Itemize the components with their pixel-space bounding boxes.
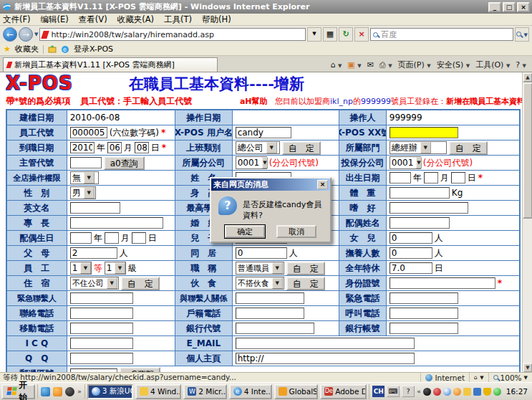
minimize-button[interactable]: _ bbox=[488, 2, 501, 12]
recent-pages-icon[interactable]: ▼ bbox=[34, 32, 38, 37]
bank-code-input[interactable] bbox=[236, 323, 314, 334]
mobile-phone-input[interactable] bbox=[70, 323, 133, 334]
search-input[interactable]: 百度 bbox=[370, 28, 513, 41]
home-icon[interactable]: ⌂ ▼ bbox=[330, 60, 342, 70]
search-button[interactable]: ▼ bbox=[515, 27, 529, 42]
contact-phone-input[interactable] bbox=[70, 308, 133, 319]
english-name-input[interactable] bbox=[70, 202, 120, 214]
menu-file[interactable]: 文件(F) bbox=[3, 14, 31, 25]
meals-custom-button[interactable]: 自 定 bbox=[286, 277, 325, 290]
hire-day-input[interactable] bbox=[135, 142, 149, 153]
refresh-icon[interactable]: ↻ bbox=[339, 27, 353, 42]
protected-mode-icon[interactable]: ⌂▼ bbox=[469, 373, 488, 382]
lodging-select[interactable]: 不住公司▼ bbox=[70, 277, 119, 290]
favorite-link-login-xpos[interactable]: 登录X-POS bbox=[74, 44, 113, 54]
address-dropdown-icon[interactable]: ▼ bbox=[307, 27, 321, 42]
close-button[interactable]: × bbox=[517, 2, 530, 12]
specialty-input[interactable] bbox=[70, 217, 163, 229]
hire-year-input[interactable] bbox=[70, 142, 95, 153]
taskbar-button-globalsearch[interactable]: GlobalS... bbox=[274, 384, 319, 399]
insure-branch-select[interactable]: 0001▼ bbox=[390, 156, 421, 169]
qq-input[interactable] bbox=[70, 353, 133, 364]
spouse-birth-month-input[interactable] bbox=[105, 232, 119, 244]
id-number-input[interactable] bbox=[390, 277, 495, 289]
office-tray-icon[interactable] bbox=[463, 388, 471, 396]
help-menu[interactable]: ? ▼ bbox=[516, 60, 526, 70]
pager-phone-input[interactable] bbox=[390, 308, 458, 319]
tray-overflow-icon[interactable]: « bbox=[417, 388, 421, 395]
address-input[interactable]: http://win2008/tw/salary/hiremanadd.asp bbox=[39, 28, 306, 41]
help-link[interactable]: aH幫助 bbox=[240, 97, 268, 106]
menu-tools[interactable]: 工具(T) bbox=[164, 14, 192, 25]
annual-leave-input[interactable] bbox=[390, 262, 432, 274]
scroll-up-icon[interactable]: ▲ bbox=[523, 72, 532, 82]
lodging-custom-button[interactable]: 自 定 bbox=[121, 277, 160, 290]
grade-select[interactable]: 1▼ bbox=[70, 262, 92, 275]
quicklaunch-overflow-icon[interactable]: » bbox=[77, 388, 82, 395]
scroll-down-icon[interactable]: ▼ bbox=[523, 363, 532, 372]
employee-code-input[interactable] bbox=[70, 127, 107, 138]
department-custom-button[interactable]: 自 定 bbox=[449, 141, 488, 155]
stop-icon[interactable]: × bbox=[354, 27, 369, 42]
daughters-input[interactable] bbox=[390, 232, 432, 244]
emergency-contact-input[interactable] bbox=[70, 292, 133, 304]
network-tray-icon[interactable] bbox=[473, 388, 481, 396]
job-title-custom-button[interactable]: 自 定 bbox=[286, 262, 325, 275]
work-type-select[interactable]: 總公司▼ bbox=[236, 141, 280, 154]
level-select[interactable]: 1▼ bbox=[105, 262, 126, 275]
menu-help[interactable]: 帮助(H) bbox=[202, 14, 231, 25]
spouse-name-input[interactable] bbox=[390, 217, 450, 229]
green-orb-icon[interactable] bbox=[493, 388, 501, 396]
tab-current[interactable]: 新增員工基本資料V1.11 [X-POS 雲端商務網] bbox=[3, 57, 218, 72]
compatibility-view-icon[interactable]: ▦ bbox=[323, 27, 337, 42]
help-tray-icon[interactable]: ? bbox=[402, 386, 415, 397]
hobby-input[interactable] bbox=[390, 202, 468, 214]
work-type-custom-button[interactable]: 自 定 bbox=[282, 141, 321, 155]
parents-input[interactable] bbox=[70, 247, 117, 259]
cohabitants-input[interactable] bbox=[236, 247, 287, 259]
flower-tray-icon[interactable] bbox=[453, 388, 461, 396]
department-select[interactable]: 總經辦▼ bbox=[390, 141, 447, 154]
scrollbar[interactable]: ▲ ▼ bbox=[522, 72, 532, 372]
maximize-button[interactable]: □ bbox=[503, 2, 516, 12]
zoom-control[interactable]: 100%▼ bbox=[488, 373, 532, 382]
meals-select[interactable]: 不搭伙食▼ bbox=[236, 277, 284, 290]
keyboard-icon[interactable]: ⌨ bbox=[387, 386, 400, 397]
safety-menu[interactable]: 安全(S) ▼ bbox=[437, 59, 470, 70]
menu-favorites[interactable]: 收藏夹(A) bbox=[117, 14, 154, 25]
icq-input[interactable] bbox=[70, 338, 133, 349]
bank-account-input[interactable] bbox=[390, 323, 458, 334]
spouse-birth-year-input[interactable] bbox=[70, 232, 92, 244]
taskbar-button-word[interactable]: W2 Micr...▾ bbox=[183, 384, 226, 399]
taskbar-button-ie[interactable]: e4 Inte...▾ bbox=[229, 384, 272, 399]
tools-menu[interactable]: 工具(O) ▼ bbox=[475, 59, 510, 70]
emergency-phone-input[interactable] bbox=[390, 292, 458, 304]
uc-tray-icon[interactable] bbox=[443, 388, 451, 396]
messenger-icon[interactable] bbox=[53, 387, 62, 396]
job-title-select[interactable]: 普通職員▼ bbox=[236, 262, 284, 275]
birth-month-input[interactable] bbox=[424, 172, 438, 184]
branch-select[interactable]: 0001▼ bbox=[236, 156, 267, 169]
xpos-username-input[interactable] bbox=[236, 127, 291, 138]
supervisor-code-input[interactable] bbox=[70, 157, 102, 168]
start-button[interactable]: 开始 bbox=[1, 384, 35, 399]
scrollbar-thumb[interactable] bbox=[523, 82, 532, 219]
language-indicator[interactable]: CH bbox=[372, 386, 385, 397]
cancel-button[interactable]: 取消 bbox=[276, 225, 316, 238]
favorites-label[interactable]: 收藏夹 bbox=[15, 44, 39, 54]
back-button[interactable]: ← bbox=[3, 27, 17, 42]
supervisor-search-button[interactable]: a0查詢 bbox=[104, 156, 145, 170]
shield-icon[interactable] bbox=[483, 388, 491, 396]
ok-button[interactable]: 确定 bbox=[225, 225, 265, 238]
birth-year-input[interactable] bbox=[390, 172, 411, 184]
spouse-birth-day-input[interactable] bbox=[132, 232, 146, 244]
gender-select[interactable]: 男▼ bbox=[70, 186, 96, 199]
weight-input[interactable] bbox=[390, 187, 450, 199]
store-permission-select[interactable]: 無▼ bbox=[70, 171, 99, 184]
close-icon[interactable]: × bbox=[317, 180, 328, 189]
browser-icon[interactable] bbox=[41, 387, 50, 396]
feeds-icon[interactable]: ▣ ▼ bbox=[347, 60, 361, 70]
qq-icon[interactable] bbox=[65, 387, 74, 396]
menu-edit[interactable]: 编辑(E) bbox=[41, 14, 69, 25]
zip-browse-button[interactable]: aC瀏覽 bbox=[120, 367, 161, 372]
